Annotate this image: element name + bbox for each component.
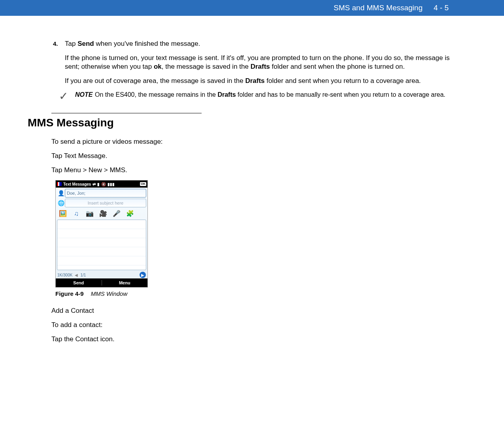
checkmark-icon: ✓ bbox=[51, 91, 75, 102]
figure-label: Figure 4-9 bbox=[55, 290, 84, 297]
step-4-para-3: If you are out of coverage area, the mes… bbox=[65, 77, 453, 85]
header-title: SMS and MMS Messaging bbox=[334, 4, 423, 12]
video-icon[interactable]: 🎥 bbox=[98, 209, 108, 218]
figure-title: MMS Window bbox=[91, 290, 127, 297]
phone-footer-status: 1K/300K ◀ 1/1 ▶ bbox=[56, 271, 147, 278]
mic-icon[interactable]: 🎤 bbox=[111, 209, 122, 218]
phone-title: Text Messages bbox=[63, 182, 91, 187]
prev-slide-icon[interactable]: ◀ bbox=[75, 273, 78, 278]
picture-icon[interactable]: 🖼️ bbox=[58, 209, 68, 218]
music-icon[interactable]: ♫ bbox=[71, 209, 81, 218]
camera-icon[interactable]: 📷 bbox=[85, 209, 95, 218]
slide-page: 1/1 bbox=[80, 273, 86, 278]
softkey-menu[interactable]: Menu bbox=[102, 280, 148, 286]
after-p2: To add a contact: bbox=[51, 321, 453, 329]
softkey-send[interactable]: Send bbox=[56, 280, 102, 286]
soft-key-bar: Send Menu bbox=[56, 278, 147, 287]
note-block: ✓ NOTE On the ES400, the message remains… bbox=[51, 91, 453, 102]
start-flag-icon[interactable] bbox=[57, 182, 62, 186]
after-p3: Tap the Contact icon. bbox=[51, 335, 453, 344]
next-slide-icon[interactable]: ▶ bbox=[140, 272, 146, 278]
battery-icon: ▮▮▮ bbox=[108, 182, 115, 187]
message-body-input[interactable] bbox=[57, 220, 146, 270]
contact-icon[interactable]: 👤 bbox=[57, 189, 65, 197]
figure-caption: Figure 4-9 MMS Window bbox=[55, 290, 453, 298]
intro-p3: Tap Menu > New > MMS. bbox=[51, 166, 453, 175]
globe-icon[interactable]: 🌐 bbox=[57, 199, 65, 207]
subject-placeholder: Insert subject here bbox=[88, 200, 124, 206]
step-4-para-2: If the phone is turned on, your text mes… bbox=[65, 54, 453, 71]
to-value: Doe, Jon; bbox=[67, 190, 85, 196]
intro-p2: Tap Text Message. bbox=[51, 152, 453, 160]
section-divider bbox=[51, 113, 202, 113]
media-toolbar: 🖼️ ♫ 📷 🎥 🎤 🧩 bbox=[57, 209, 146, 220]
step-4-line-1: Tap Send when you've finished the messag… bbox=[65, 39, 453, 48]
intro-p1: To send a picture or videos message: bbox=[51, 137, 453, 146]
step-number: 4. bbox=[53, 40, 58, 48]
after-p1: Add a Contact bbox=[51, 306, 453, 315]
attachment-icon[interactable]: 🧩 bbox=[125, 209, 135, 218]
to-field[interactable]: Doe, Jon; bbox=[65, 189, 146, 197]
phone-statusbar: Text Messages ⇄ ▮ 🔇 ▮▮▮ OK bbox=[56, 180, 147, 188]
signal-icon: ▮ bbox=[97, 182, 100, 187]
send-bold: Send bbox=[77, 40, 94, 47]
note-text: On the ES400, the message remains in the… bbox=[95, 91, 453, 102]
mms-window-screenshot: Text Messages ⇄ ▮ 🔇 ▮▮▮ OK 👤 Doe, Jon; 🌐… bbox=[55, 180, 148, 288]
size-label: 1K/300K bbox=[57, 273, 72, 278]
header-page-number: 4 - 5 bbox=[434, 4, 449, 12]
page-header: SMS and MMS Messaging 4 - 5 bbox=[0, 0, 504, 16]
note-label: NOTE bbox=[75, 91, 95, 102]
connectivity-icon: ⇄ bbox=[92, 182, 96, 187]
section-heading: MMS Messaging bbox=[28, 116, 453, 130]
volume-icon: 🔇 bbox=[101, 182, 106, 187]
ok-button[interactable]: OK bbox=[140, 182, 146, 186]
step-4: 4. Tap Send when you've finished the mes… bbox=[51, 39, 453, 85]
subject-field[interactable]: Insert subject here bbox=[65, 199, 146, 207]
